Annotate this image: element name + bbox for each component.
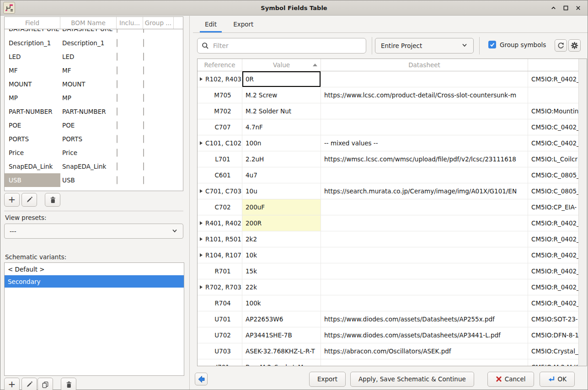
bom-name-cell[interactable]: MP — [60, 94, 117, 102]
footprint-cell[interactable]: CM5IO:R_0402_ — [528, 263, 587, 279]
group-by-checkbox[interactable] — [143, 80, 144, 88]
field-name-cell[interactable]: MP — [5, 91, 60, 105]
datasheet-cell[interactable] — [321, 215, 528, 231]
value-cell[interactable]: 0R — [242, 71, 321, 87]
reference-cell[interactable]: U703 — [198, 343, 242, 359]
reference-cell[interactable]: C702 — [198, 199, 242, 215]
datasheet-cell[interactable] — [321, 103, 528, 119]
field-row[interactable]: SnapEDA_LinkSnapEDA_Link — [5, 160, 183, 173]
reference-cell[interactable]: M705 — [198, 87, 242, 103]
datasheet-cell[interactable]: https://wmsc.lcsc.com/wmsc/upload/file/p… — [321, 151, 528, 167]
group-expand-icon[interactable] — [200, 141, 203, 145]
view-presets-select[interactable]: --- — [4, 224, 183, 239]
copy-variant-button[interactable] — [37, 378, 53, 390]
scope-select[interactable]: Entire Project — [375, 38, 474, 53]
export-button[interactable]: Export — [309, 372, 346, 387]
field-name-cell[interactable]: Description_1 — [5, 36, 60, 50]
footprint-cell[interactable]: CM5IO:R_0402_ — [528, 247, 587, 263]
filter-field[interactable] — [197, 38, 366, 53]
group-by-checkbox[interactable] — [143, 121, 144, 129]
maximize-button[interactable] — [561, 4, 570, 12]
column-header-value[interactable]: Value — [242, 59, 321, 71]
cancel-button[interactable]: Cancel — [487, 372, 534, 387]
delete-field-button[interactable] — [45, 193, 60, 207]
group-expand-icon[interactable] — [200, 253, 203, 257]
column-header-group[interactable]: Group ... — [143, 17, 174, 29]
footprint-cell[interactable]: CM5IO:DFN-8-1 — [528, 327, 587, 343]
reference-cell[interactable]: R104, R107 — [198, 247, 242, 263]
bom-name-cell[interactable]: PART-NUMBER — [60, 108, 117, 115]
apply-save-continue-button[interactable]: Apply, Save Schematic & Continue — [350, 372, 474, 387]
bom-name-cell[interactable]: POE — [60, 122, 117, 129]
include-checkbox[interactable] — [117, 176, 118, 184]
value-cell[interactable]: 4.7nF — [242, 119, 321, 135]
edit-variant-button[interactable] — [21, 378, 37, 390]
group-by-checkbox[interactable] — [143, 107, 144, 116]
group-by-checkbox[interactable] — [143, 53, 144, 61]
field-row[interactable]: PricePrice — [5, 146, 183, 160]
footprint-cell[interactable]: CM5IO:C_0805_ — [528, 167, 587, 183]
group-by-checkbox[interactable] — [143, 162, 144, 171]
reference-cell[interactable]: R702, R703 — [198, 279, 242, 295]
field-row[interactable]: MFMF — [5, 64, 183, 77]
datasheet-cell[interactable] — [321, 295, 528, 311]
datasheet-cell[interactable] — [321, 247, 528, 263]
value-cell[interactable]: 100n — [242, 135, 321, 151]
datasheet-cell[interactable] — [321, 119, 528, 135]
column-header-reference[interactable]: Reference — [198, 59, 242, 71]
add-field-button[interactable]: + — [4, 193, 20, 207]
field-row[interactable]: PORTSPORTS — [5, 132, 183, 146]
datasheet-cell[interactable] — [321, 279, 528, 295]
reference-cell[interactable]: J701 — [198, 359, 242, 366]
ok-button[interactable]: OK — [540, 372, 575, 387]
field-name-cell[interactable]: PART-NUMBER — [5, 105, 60, 118]
column-header-bom-name[interactable]: BOM Name — [60, 17, 117, 29]
datasheet-cell[interactable]: https://search.murata.co.jp/Ceramy/image… — [321, 183, 528, 199]
group-by-checkbox[interactable] — [143, 39, 144, 47]
group-by-checkbox[interactable] — [143, 149, 144, 157]
footprint-cell[interactable]: CM5IO:R_0402_ — [528, 71, 587, 87]
column-header-include[interactable]: Inclu... — [117, 17, 143, 29]
field-row[interactable]: DATASHEET URLDATASHEET URL — [5, 29, 183, 36]
field-name-cell[interactable]: LED — [5, 50, 60, 64]
footprint-cell[interactable]: CM5IO:R_0402_ — [528, 279, 587, 295]
panel-splitter[interactable] — [189, 15, 190, 390]
footprint-cell[interactable]: CM5IO:SOT-23- — [528, 311, 587, 327]
value-cell[interactable]: M.2 Screw — [242, 87, 321, 103]
back-button[interactable] — [195, 373, 208, 385]
reference-cell[interactable]: R701 — [198, 263, 242, 279]
field-row[interactable]: USBUSB — [5, 173, 183, 187]
include-checkbox[interactable] — [117, 162, 118, 171]
footprint-cell[interactable]: CM5IO:R_0402_ — [528, 295, 587, 311]
group-by-checkbox[interactable] — [143, 176, 144, 184]
reference-cell[interactable]: U701 — [198, 311, 242, 327]
reference-cell[interactable]: R101, R501 — [198, 231, 242, 247]
bom-name-cell[interactable]: Description_1 — [60, 39, 117, 47]
tab-edit[interactable]: Edit — [199, 16, 223, 32]
reference-cell[interactable]: R401, R402 — [198, 215, 242, 231]
include-checkbox[interactable] — [117, 80, 118, 88]
reference-cell[interactable]: R704 — [198, 295, 242, 311]
include-checkbox[interactable] — [117, 135, 118, 143]
group-expand-icon[interactable] — [200, 189, 203, 193]
footprint-cell[interactable] — [528, 87, 587, 103]
titlebar[interactable]: Symbol Fields Table — [0, 0, 588, 16]
group-by-checkbox[interactable] — [143, 29, 144, 33]
value-cell[interactable]: 200uF — [242, 199, 321, 215]
value-cell[interactable]: ASEK-32.768KHZ-L-R-T — [242, 343, 321, 359]
close-button[interactable] — [574, 4, 582, 12]
footprint-cell[interactable]: CM5IO:Crystal_ — [528, 343, 587, 359]
field-name-cell[interactable]: SnapEDA_Link — [5, 160, 60, 173]
datasheet-cell[interactable]: -- mixed values -- — [321, 135, 528, 151]
footprint-cell[interactable]: CM5IO:C_0402_ — [528, 119, 587, 135]
value-cell[interactable]: 22k — [242, 279, 321, 295]
datasheet-cell[interactable] — [321, 167, 528, 183]
value-cell[interactable]: Bus_M.2_Socket_M — [242, 359, 321, 366]
reference-cell[interactable]: C101, C102 — [198, 135, 242, 151]
value-cell[interactable]: 200R — [242, 215, 321, 231]
bom-name-cell[interactable]: MOUNT — [60, 80, 117, 88]
value-cell[interactable]: 15k — [242, 263, 321, 279]
bom-name-cell[interactable]: MF — [60, 67, 117, 74]
group-symbols-checkbox[interactable]: Group symbols — [488, 41, 546, 48]
value-cell[interactable]: 2k2 — [242, 231, 321, 247]
